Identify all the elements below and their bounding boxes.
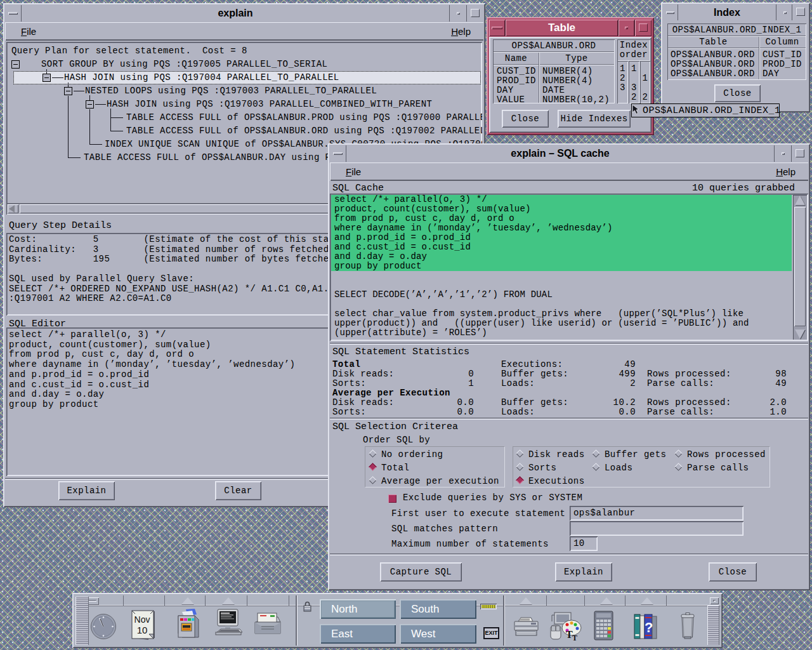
svg-text:Nov: Nov: [134, 614, 150, 625]
svg-text:T: T: [572, 633, 577, 640]
svg-text:?: ?: [645, 620, 653, 635]
svg-text:10: 10: [137, 625, 148, 635]
